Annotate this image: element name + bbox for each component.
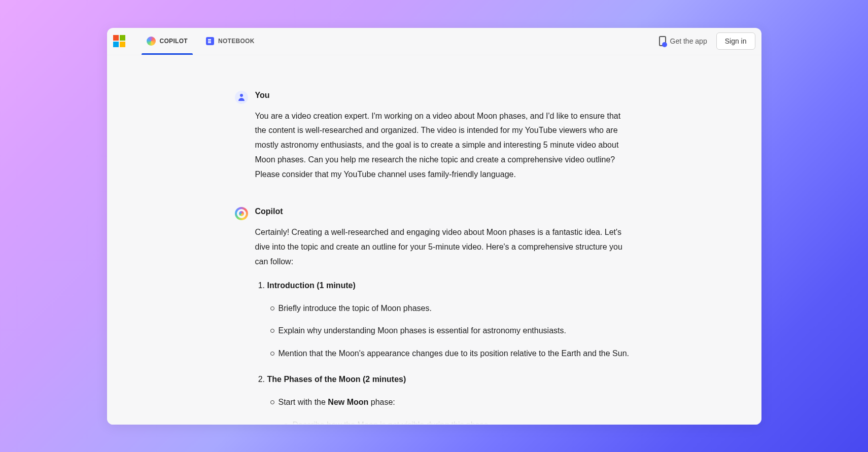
header-bar: COPILOT NOTEBOOK Get the app Sign in bbox=[107, 28, 761, 55]
outline-2a-post: phase: bbox=[368, 398, 395, 406]
notebook-icon bbox=[206, 37, 214, 45]
microsoft-logo-icon[interactable] bbox=[113, 35, 125, 47]
outline-item-1-head: Introduction (1 minute) bbox=[267, 281, 356, 290]
outline-1c: Mention that the Moon's appearance chang… bbox=[279, 346, 634, 361]
phone-icon bbox=[659, 36, 666, 46]
tab-notebook-label: NOTEBOOK bbox=[218, 38, 255, 45]
outline-2a: Start with the New Moon phase: Describe … bbox=[279, 395, 634, 425]
outline-item-2-head: The Phases of the Moon (2 minutes) bbox=[267, 375, 406, 384]
outline-item-1-sublist: Briefly introduce the topic of Moon phas… bbox=[267, 301, 634, 361]
app-window: COPILOT NOTEBOOK Get the app Sign in You bbox=[107, 28, 761, 425]
avatar-copilot bbox=[235, 207, 248, 220]
outline-item-2: The Phases of the Moon (2 minutes) Start… bbox=[267, 372, 634, 424]
message-user: You You are a video creation expert. I'm… bbox=[219, 91, 650, 182]
outline-list: Introduction (1 minute) Briefly introduc… bbox=[255, 279, 634, 425]
get-the-app-link[interactable]: Get the app bbox=[659, 36, 707, 46]
message-copilot-body: Copilot Certainly! Creating a well-resea… bbox=[255, 207, 634, 424]
tab-bar: COPILOT NOTEBOOK bbox=[137, 28, 264, 55]
outline-item-1: Introduction (1 minute) Briefly introduc… bbox=[267, 279, 634, 361]
tab-copilot-label: COPILOT bbox=[160, 38, 188, 45]
user-message-text: You are a video creation expert. I'm wor… bbox=[255, 109, 634, 182]
tab-copilot[interactable]: COPILOT bbox=[137, 28, 197, 55]
copilot-intro-text: Certainly! Creating a well-researched an… bbox=[255, 225, 634, 269]
header-right: Get the app Sign in bbox=[659, 32, 755, 50]
outline-item-2-sublist: Start with the New Moon phase: Describe … bbox=[267, 395, 634, 425]
chat-scroll[interactable]: You You are a video creation expert. I'm… bbox=[107, 55, 761, 425]
outline-2a-bold: New Moon bbox=[328, 398, 368, 406]
sender-label-copilot: Copilot bbox=[255, 207, 634, 216]
outline-2a-i: Describe how the Moon is not visible dur… bbox=[293, 418, 634, 425]
avatar-user bbox=[235, 91, 248, 104]
message-copilot: Copilot Certainly! Creating a well-resea… bbox=[219, 207, 650, 424]
copilot-avatar-icon bbox=[237, 209, 246, 218]
outline-1a: Briefly introduce the topic of Moon phas… bbox=[279, 301, 634, 316]
outline-1b: Explain why understanding Moon phases is… bbox=[279, 324, 634, 338]
tab-notebook[interactable]: NOTEBOOK bbox=[197, 28, 264, 55]
user-icon bbox=[238, 94, 245, 101]
outline-2a-pre: Start with the bbox=[279, 398, 328, 406]
sign-in-button[interactable]: Sign in bbox=[716, 32, 755, 50]
message-user-body: You You are a video creation expert. I'm… bbox=[255, 91, 634, 182]
outline-2a-sublist: Describe how the Moon is not visible dur… bbox=[279, 418, 634, 425]
sender-label-user: You bbox=[255, 91, 634, 100]
chat-area: You You are a video creation expert. I'm… bbox=[107, 55, 761, 425]
copilot-icon bbox=[147, 37, 156, 46]
get-the-app-label: Get the app bbox=[670, 37, 707, 45]
